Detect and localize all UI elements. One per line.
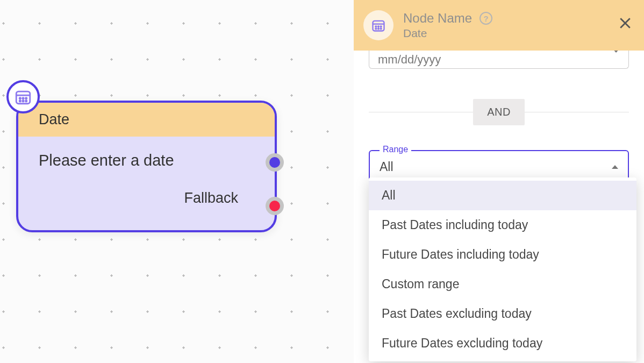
date-format-value: mm/dd/yyyy (378, 53, 441, 67)
condition-connector-row: AND (369, 99, 629, 125)
range-option[interactable]: Past Dates including today (369, 210, 636, 240)
help-icon[interactable]: ? (480, 12, 492, 25)
range-option[interactable]: Custom range (369, 269, 636, 299)
node-icon-badge (6, 80, 40, 113)
node-prompt: Please enter a date (39, 152, 253, 169)
output-port-main[interactable] (266, 153, 284, 172)
svg-point-10 (375, 26, 376, 27)
panel-title[interactable]: Node Name (403, 11, 472, 26)
svg-point-14 (378, 28, 379, 29)
svg-point-2 (19, 98, 20, 99)
range-option[interactable]: Future Dates excluding today (369, 329, 636, 358)
date-format-select[interactable]: mm/dd/yyyy (369, 51, 629, 69)
flow-canvas[interactable]: Date Please enter a date Fallback (0, 0, 354, 363)
range-option[interactable]: Future Dates including today (369, 240, 636, 269)
chevron-up-icon (612, 165, 618, 169)
port-dot-icon (269, 157, 280, 168)
range-option[interactable]: All (369, 181, 636, 210)
node-title: Date (18, 103, 275, 137)
divider-line (525, 112, 629, 112)
svg-point-7 (26, 101, 27, 102)
panel-subtitle: Date (403, 27, 492, 40)
svg-point-11 (378, 26, 379, 27)
svg-point-5 (19, 101, 20, 102)
svg-point-4 (26, 98, 27, 99)
close-button[interactable] (617, 15, 633, 33)
calendar-icon (14, 88, 32, 106)
svg-point-15 (381, 28, 382, 29)
svg-point-12 (381, 26, 382, 27)
panel-header: Node Name ? Date (354, 0, 644, 51)
range-selected-value: All (380, 160, 393, 174)
node-fallback-label: Fallback (39, 190, 253, 207)
range-dropdown[interactable]: All Past Dates including today Future Da… (369, 177, 636, 361)
connector-badge[interactable]: AND (473, 99, 525, 125)
output-port-fallback[interactable] (266, 197, 284, 215)
range-option[interactable]: Past Dates excluding today (369, 299, 636, 329)
range-field-label: Range (380, 145, 411, 154)
close-icon (617, 15, 633, 31)
svg-point-6 (23, 101, 24, 102)
chevron-down-icon (612, 53, 620, 67)
svg-point-13 (375, 28, 376, 29)
divider-line (369, 112, 473, 112)
calendar-icon (371, 18, 386, 33)
panel-icon-badge (363, 10, 393, 40)
svg-point-3 (23, 98, 24, 99)
date-node[interactable]: Date Please enter a date Fallback (16, 101, 277, 232)
port-dot-icon (269, 201, 280, 211)
node-body: Please enter a date Fallback (18, 137, 275, 230)
